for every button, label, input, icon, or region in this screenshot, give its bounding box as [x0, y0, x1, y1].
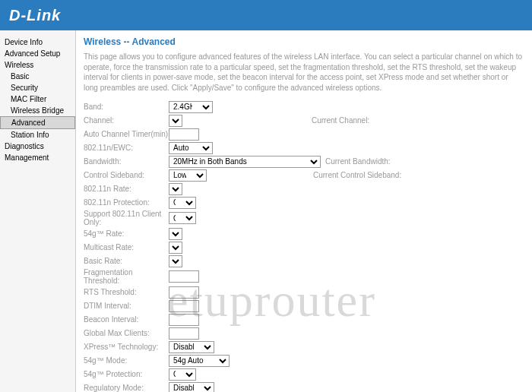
sidebar: Device InfoAdvanced SetupWirelessBasicSe…	[0, 30, 76, 392]
label-xpress: XPress™ Technology:	[84, 343, 169, 351]
label-g54Rate: 54g™ Rate:	[84, 229, 169, 238]
main-content: Wireless -- Advanced This page allows yo…	[76, 30, 532, 392]
label-autoChTimer: Auto Channel Timer(min)	[84, 130, 169, 138]
input-dtim[interactable]	[169, 300, 199, 312]
row-nProtection: 802.11n Protection:Off	[84, 196, 524, 209]
row-nClientOnly: Support 802.11n Client Only:Off	[84, 210, 524, 226]
row-beacon: Beacon Interval:	[84, 313, 524, 326]
row-rtsThreshold: RTS Threshold:	[84, 286, 524, 299]
sidebar-item-mac-filter[interactable]: MAC Filter	[0, 93, 75, 105]
label-g54Protection: 54g™ Protection:	[84, 370, 169, 378]
row-dot11n: 802.11n/EWC:Auto	[84, 141, 524, 154]
label-dot11n: 802.11n/EWC:	[84, 144, 169, 152]
input-fragThreshold[interactable]	[169, 270, 199, 283]
input-maxClients[interactable]	[169, 327, 199, 340]
sidebar-item-device-info[interactable]: Device Info	[0, 36, 75, 48]
select-basicRate[interactable]	[169, 255, 182, 267]
row-regMode: Regulatory Mode:Disabled	[84, 381, 524, 392]
row-basicRate: Basic Rate:	[84, 254, 524, 267]
row-multicast: Multicast Rate:	[84, 241, 524, 254]
row-g54Protection: 54g™ Protection:Off	[84, 368, 524, 381]
row-ctrlSideband: Control Sideband:LowerCurrent Control Si…	[84, 169, 524, 182]
label-nClientOnly: Support 802.11n Client Only:	[84, 210, 169, 226]
row-maxClients: Global Max Clients:	[84, 327, 524, 340]
label-rtsThreshold: RTS Threshold:	[84, 288, 169, 296]
select-g54Protection[interactable]: Off	[169, 368, 196, 381]
sidebar-item-wireless[interactable]: Wireless	[0, 59, 75, 71]
sidebar-item-basic[interactable]: Basic	[0, 71, 75, 82]
page-description: This page allows you to configure advanc…	[84, 52, 524, 93]
select-g54Rate[interactable]	[169, 228, 182, 240]
row-band: Band:2.4GHz	[84, 100, 524, 113]
label-regMode: Regulatory Mode:	[84, 384, 169, 392]
row-xpress: XPress™ Technology:Disabled	[84, 340, 524, 353]
aux-bandwidth: Current Bandwidth:	[325, 157, 391, 166]
select-multicast[interactable]	[169, 242, 182, 254]
container: Device InfoAdvanced SetupWirelessBasicSe…	[0, 30, 532, 392]
input-autoChTimer[interactable]	[169, 128, 199, 141]
sidebar-item-station-info[interactable]: Station Info	[0, 129, 75, 141]
select-band[interactable]: 2.4GHz	[169, 101, 213, 113]
label-channel: Channel:	[84, 116, 169, 125]
row-autoChTimer: Auto Channel Timer(min)	[84, 128, 524, 141]
label-bandwidth: Bandwidth:	[84, 157, 169, 166]
aux-ctrlSideband: Current Control Sideband:	[313, 171, 401, 179]
page-title: Wireless -- Advanced	[84, 36, 524, 47]
label-nProtection: 802.11n Protection:	[84, 198, 169, 207]
row-g54Mode: 54g™ Mode:54g Auto	[84, 354, 524, 367]
select-regMode[interactable]: Disabled	[169, 382, 214, 393]
label-ctrlSideband: Control Sideband:	[84, 171, 169, 179]
select-nRate[interactable]	[169, 183, 182, 195]
label-maxClients: Global Max Clients:	[84, 329, 169, 337]
sidebar-item-wireless-bridge[interactable]: Wireless Bridge	[0, 105, 75, 116]
select-ctrlSideband[interactable]: Lower	[169, 169, 207, 182]
select-channel[interactable]	[169, 115, 182, 127]
select-g54Mode[interactable]: 54g Auto	[169, 355, 230, 367]
sidebar-item-advanced[interactable]: Advanced	[0, 116, 75, 129]
label-nRate: 802.11n Rate:	[84, 185, 169, 193]
row-channel: Channel:Current Channel:	[84, 114, 524, 127]
settings-form: Band:2.4GHzChannel:Current Channel:Auto …	[84, 100, 524, 392]
label-beacon: Beacon Interval:	[84, 315, 169, 324]
sidebar-item-management[interactable]: Management	[0, 152, 75, 163]
label-dtim: DTIM Interval:	[84, 302, 169, 310]
select-dot11n[interactable]: Auto	[169, 142, 213, 154]
label-basicRate: Basic Rate:	[84, 257, 169, 265]
label-band: Band:	[84, 103, 169, 111]
row-nRate: 802.11n Rate:	[84, 182, 524, 195]
select-xpress[interactable]: Disabled	[169, 341, 214, 353]
brand-logo: D-Link	[9, 7, 61, 24]
aux-channel: Current Channel:	[312, 116, 369, 125]
header: D-Link	[0, 0, 532, 30]
row-bandwidth: Bandwidth:20MHz in Both BandsCurrent Ban…	[84, 155, 524, 168]
row-fragThreshold: Fragmentation Threshold:	[84, 268, 524, 285]
sidebar-item-advanced-setup[interactable]: Advanced Setup	[0, 48, 75, 59]
select-bandwidth[interactable]: 20MHz in Both Bands	[169, 156, 321, 168]
label-g54Mode: 54g™ Mode:	[84, 356, 169, 365]
label-multicast: Multicast Rate:	[84, 243, 169, 251]
sidebar-item-diagnostics[interactable]: Diagnostics	[0, 141, 75, 152]
label-fragThreshold: Fragmentation Threshold:	[84, 268, 169, 285]
row-g54Rate: 54g™ Rate:	[84, 227, 524, 240]
input-beacon[interactable]	[169, 314, 199, 326]
row-dtim: DTIM Interval:	[84, 299, 524, 312]
sidebar-item-security[interactable]: Security	[0, 82, 75, 93]
input-rtsThreshold[interactable]	[169, 286, 199, 299]
select-nProtection[interactable]: Off	[169, 197, 196, 209]
select-nClientOnly[interactable]: Off	[169, 212, 196, 224]
